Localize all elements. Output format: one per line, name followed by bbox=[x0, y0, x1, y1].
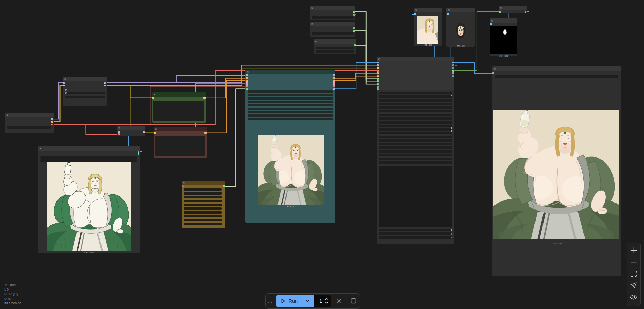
widget-row[interactable] bbox=[64, 92, 105, 94]
node-graph-canvas[interactable]: ✕472 × 508472 × 5081360 × 13601360 × 136… bbox=[0, 0, 644, 309]
collapse-icon[interactable] bbox=[7, 114, 8, 116]
input-port-orange[interactable] bbox=[246, 77, 248, 79]
output-port-yellow[interactable] bbox=[51, 121, 54, 123]
input-port-orange[interactable] bbox=[377, 72, 379, 74]
widget-row[interactable] bbox=[379, 158, 452, 160]
widget-row[interactable] bbox=[184, 188, 222, 191]
input-port-red[interactable] bbox=[377, 70, 379, 72]
batch-count-value[interactable]: 1 bbox=[318, 298, 323, 304]
widget-row[interactable] bbox=[248, 111, 333, 113]
collapse-icon[interactable] bbox=[315, 41, 317, 42]
prompt-node-green[interactable] bbox=[152, 92, 206, 123]
output-port-green[interactable] bbox=[138, 153, 140, 156]
node-titlebar[interactable] bbox=[310, 6, 356, 10]
cancel-button[interactable] bbox=[333, 295, 345, 307]
collapse-icon[interactable] bbox=[155, 128, 157, 130]
output-port-orange[interactable] bbox=[333, 80, 335, 82]
input-port-green[interactable] bbox=[499, 11, 501, 13]
input-port-yellow[interactable] bbox=[154, 132, 156, 134]
toolbar-drag-handle[interactable] bbox=[268, 299, 273, 303]
widget-row[interactable] bbox=[184, 196, 222, 198]
widget-row[interactable] bbox=[379, 99, 452, 102]
collapse-icon[interactable] bbox=[415, 9, 417, 11]
output-port-green[interactable] bbox=[223, 185, 225, 188]
output-port-purple[interactable] bbox=[333, 74, 335, 77]
widget-row[interactable] bbox=[248, 114, 333, 117]
output-port-yellow[interactable] bbox=[104, 85, 106, 87]
output-port-purple[interactable] bbox=[104, 82, 106, 84]
input-port-blue[interactable] bbox=[492, 72, 494, 74]
small-converter-node[interactable] bbox=[117, 126, 145, 136]
input-port-yellow[interactable] bbox=[152, 97, 154, 99]
collapse-icon[interactable] bbox=[311, 23, 313, 25]
widget-row[interactable] bbox=[379, 132, 452, 134]
output-port-pink[interactable] bbox=[333, 82, 335, 85]
final-image-node[interactable]: 1360 × 1360 bbox=[492, 66, 622, 276]
output-port-red[interactable] bbox=[51, 124, 54, 126]
widget-row[interactable] bbox=[379, 136, 452, 138]
loader-node-left[interactable] bbox=[5, 113, 54, 133]
collapse-icon[interactable] bbox=[64, 78, 66, 80]
widget-row[interactable] bbox=[248, 108, 333, 110]
node-titlebar[interactable] bbox=[182, 181, 225, 185]
output-port-blue[interactable] bbox=[525, 11, 527, 13]
widget-row[interactable] bbox=[379, 154, 452, 156]
widget-row[interactable] bbox=[379, 128, 452, 131]
collapse-icon[interactable] bbox=[378, 58, 380, 60]
input-port-yellow[interactable] bbox=[377, 67, 379, 69]
navigate-button[interactable] bbox=[629, 281, 638, 290]
output-port-green[interactable] bbox=[452, 70, 454, 72]
widget-row[interactable] bbox=[184, 219, 222, 221]
widget-row[interactable] bbox=[248, 101, 333, 103]
widget-row[interactable] bbox=[248, 97, 333, 100]
output-port-blue[interactable] bbox=[138, 151, 140, 153]
widget-row[interactable] bbox=[379, 92, 452, 94]
node-titlebar[interactable] bbox=[314, 39, 356, 44]
widget-row[interactable] bbox=[248, 118, 333, 120]
collapse-icon[interactable] bbox=[40, 148, 41, 149]
collapse-icon[interactable] bbox=[494, 68, 496, 70]
image-preview[interactable] bbox=[493, 110, 619, 239]
node-titlebar[interactable] bbox=[63, 77, 107, 81]
widget-row[interactable] bbox=[248, 94, 333, 97]
stop-button[interactable] bbox=[347, 295, 359, 307]
collapsed-node-top-3[interactable] bbox=[314, 39, 356, 54]
collapsed-node-top-right[interactable] bbox=[499, 6, 527, 13]
input-port-yellow[interactable] bbox=[63, 85, 65, 87]
visibility-button[interactable] bbox=[629, 293, 638, 301]
input-port-orange[interactable] bbox=[377, 75, 379, 77]
input-port-blue[interactable] bbox=[118, 131, 120, 133]
input-port-green[interactable] bbox=[377, 78, 379, 80]
node-titlebar[interactable] bbox=[490, 18, 518, 23]
output-port-dimblue[interactable] bbox=[452, 67, 454, 69]
input-port-orange[interactable] bbox=[246, 80, 248, 82]
input-port-red[interactable] bbox=[118, 133, 120, 135]
toggle-dot[interactable] bbox=[451, 130, 452, 132]
input-port-violet[interactable] bbox=[246, 82, 248, 85]
node-text-area[interactable] bbox=[153, 101, 204, 121]
input-port-graypurple[interactable] bbox=[377, 88, 379, 90]
widget-row[interactable] bbox=[184, 192, 222, 195]
image-preview[interactable] bbox=[47, 162, 132, 251]
prompt-node-maroon[interactable] bbox=[154, 127, 207, 158]
toggle-dot[interactable] bbox=[65, 89, 66, 90]
widget-row[interactable] bbox=[379, 150, 452, 153]
node-titlebar[interactable] bbox=[117, 126, 145, 130]
toggle-dot[interactable] bbox=[451, 127, 452, 128]
widget-row[interactable] bbox=[379, 229, 452, 231]
input-port-green[interactable] bbox=[377, 80, 379, 82]
widget-row[interactable] bbox=[7, 126, 51, 129]
node-titlebar[interactable] bbox=[38, 146, 140, 151]
widget-row[interactable] bbox=[379, 236, 452, 239]
batch-count-field[interactable]: 1 bbox=[314, 295, 331, 307]
output-port-blue[interactable] bbox=[452, 62, 454, 64]
run-button[interactable]: Run bbox=[276, 295, 314, 307]
collapse-icon[interactable] bbox=[183, 182, 185, 184]
collapse-icon[interactable] bbox=[119, 127, 120, 129]
input-port-blue[interactable] bbox=[447, 13, 449, 15]
increment-icon[interactable] bbox=[325, 298, 328, 300]
output-port-gray[interactable] bbox=[452, 72, 454, 74]
widget-row[interactable] bbox=[379, 95, 452, 98]
input-port-blue[interactable] bbox=[490, 23, 492, 25]
input-port-blue[interactable] bbox=[414, 13, 416, 15]
